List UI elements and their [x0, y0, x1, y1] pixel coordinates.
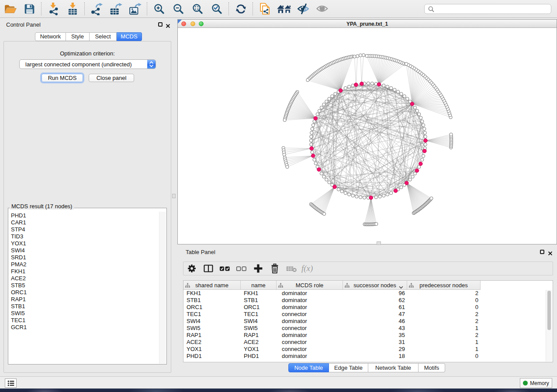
network-mcds-node[interactable]: [419, 162, 423, 166]
table-row[interactable]: TEC1TEC1connector472: [183, 311, 553, 318]
network-mcds-node[interactable]: [394, 189, 398, 193]
import-network-button[interactable]: [45, 1, 62, 17]
network-mcds-node[interactable]: [377, 83, 381, 86]
zoom-out-button[interactable]: [170, 1, 187, 17]
network-node[interactable]: [322, 175, 325, 178]
network-node[interactable]: [322, 103, 325, 106]
task-history-button[interactable]: [5, 378, 17, 388]
network-node[interactable]: [408, 178, 412, 181]
hide-selected-button[interactable]: [294, 1, 312, 17]
mcds-result-item[interactable]: STB5: [8, 282, 159, 289]
mcds-result-item[interactable]: YOX1: [8, 240, 159, 247]
mcds-result-item[interactable]: STB1: [8, 303, 159, 310]
mcds-result-item[interactable]: TID3: [8, 233, 159, 240]
column-header-MCDS-role[interactable]: MCDS role: [277, 281, 343, 290]
network-mcds-node[interactable]: [354, 83, 358, 87]
network-node[interactable]: [421, 158, 424, 161]
refresh-layout-button[interactable]: [232, 1, 249, 17]
network-node[interactable]: [397, 90, 400, 93]
network-mcds-node[interactable]: [310, 147, 314, 151]
network-node[interactable]: [378, 195, 381, 198]
function-builder-button[interactable]: f(x): [300, 262, 316, 275]
table-settings-button[interactable]: [183, 262, 200, 275]
network-leaf-node[interactable]: [323, 212, 326, 215]
mcds-result-item[interactable]: SWI4: [8, 247, 159, 254]
mcds-result-item[interactable]: ORC1: [8, 289, 159, 296]
mcds-result-item[interactable]: GCR1: [8, 324, 159, 331]
network-node[interactable]: [325, 100, 328, 103]
table-row[interactable]: FKH1FKH1dominator962: [183, 290, 553, 297]
network-mcds-node[interactable]: [369, 196, 373, 200]
network-node[interactable]: [310, 131, 313, 134]
network-node[interactable]: [390, 192, 393, 195]
network-node[interactable]: [334, 92, 337, 95]
network-node[interactable]: [421, 120, 424, 123]
delete-column-button[interactable]: [266, 262, 283, 275]
network-node[interactable]: [424, 143, 427, 146]
network-node[interactable]: [403, 95, 406, 98]
network-node[interactable]: [400, 186, 403, 189]
network-node[interactable]: [316, 113, 319, 116]
table-row[interactable]: ORC1ORC1dominator610: [183, 304, 553, 311]
open-session-button[interactable]: [1, 1, 19, 17]
mcds-result-item[interactable]: STP4: [8, 226, 159, 233]
table-row[interactable]: RAP1RAP1dominator352: [183, 332, 553, 339]
select-all-checkboxes-button[interactable]: [217, 262, 233, 275]
network-node[interactable]: [328, 181, 331, 184]
add-column-button[interactable]: [250, 262, 266, 275]
network-node[interactable]: [386, 85, 389, 88]
export-image-button[interactable]: [126, 1, 144, 17]
column-header-name[interactable]: name: [241, 281, 277, 290]
table-panel-close-button[interactable]: [548, 250, 553, 254]
table-row[interactable]: YOX1YOX1connector291: [183, 346, 553, 353]
tab-network-table[interactable]: Network Table: [368, 363, 419, 372]
network-node[interactable]: [328, 97, 331, 100]
network-node[interactable]: [424, 135, 427, 138]
column-header-predecessor-nodes[interactable]: predecessor nodes: [407, 281, 481, 290]
network-node[interactable]: [313, 158, 316, 161]
network-mcds-node[interactable]: [360, 82, 364, 86]
memory-button[interactable]: Memory: [520, 378, 552, 388]
vertical-splitter-grip[interactable]: [172, 194, 176, 198]
network-node[interactable]: [359, 196, 362, 199]
network-mcds-node[interactable]: [311, 154, 315, 158]
table-row[interactable]: PHD1PHD1dominator180: [183, 353, 553, 360]
network-leaf-node[interactable]: [353, 55, 356, 58]
fit-content-button[interactable]: [189, 1, 206, 17]
split-columns-button[interactable]: [200, 262, 216, 275]
network-leaf-node[interactable]: [405, 62, 408, 65]
table-row[interactable]: SWI5SWI5connector431: [183, 325, 553, 332]
network-node[interactable]: [422, 124, 425, 127]
network-node[interactable]: [406, 97, 409, 100]
export-table-button[interactable]: [107, 1, 125, 17]
import-table-button[interactable]: [64, 1, 81, 17]
network-node[interactable]: [348, 193, 351, 196]
clone-network-button[interactable]: [256, 1, 273, 17]
mcds-result-item[interactable]: SWI5: [8, 310, 159, 317]
first-neighbors-button[interactable]: [275, 1, 293, 17]
network-node[interactable]: [348, 85, 351, 88]
network-node[interactable]: [390, 86, 393, 89]
network-node[interactable]: [413, 106, 416, 109]
save-session-button[interactable]: [21, 1, 38, 17]
mcds-result-list[interactable]: PHD1CAR1STP4TID3YOX1SWI4SRD1PMA2FKH1ACE2…: [8, 212, 159, 363]
network-node[interactable]: [363, 196, 366, 199]
zoom-selected-button[interactable]: [208, 1, 225, 17]
network-node[interactable]: [344, 192, 347, 195]
network-node[interactable]: [351, 194, 354, 197]
network-node[interactable]: [337, 188, 340, 191]
network-node[interactable]: [311, 124, 315, 127]
network-leaf-node[interactable]: [359, 54, 362, 57]
network-node[interactable]: [418, 113, 421, 116]
network-node[interactable]: [419, 116, 422, 119]
network-node[interactable]: [367, 82, 370, 85]
network-node[interactable]: [386, 193, 389, 196]
network-leaf-node[interactable]: [283, 118, 286, 121]
mcds-result-item[interactable]: ACE2: [8, 275, 159, 282]
criterion-dropdown[interactable]: largest connected component (undirected): [19, 59, 156, 69]
network-leaf-node[interactable]: [430, 197, 433, 200]
mcds-result-item[interactable]: PMA2: [8, 261, 159, 268]
network-node[interactable]: [423, 131, 426, 134]
network-leaf-node[interactable]: [375, 223, 378, 226]
tab-mcds[interactable]: MCDS: [117, 32, 142, 41]
